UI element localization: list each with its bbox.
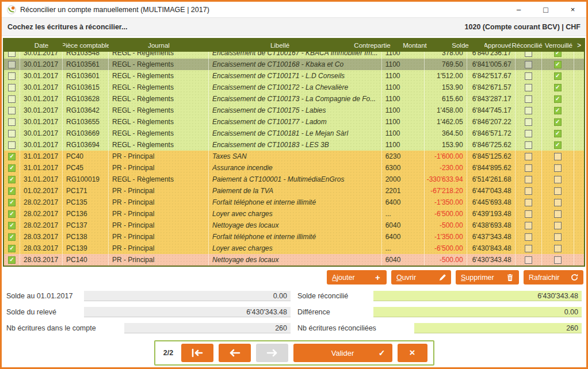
reconcilie-checkbox[interactable]: ✓ [554, 95, 562, 103]
approuve-checkbox[interactable] [525, 256, 532, 264]
header-piece[interactable]: Pièce comptable [63, 39, 109, 52]
approuve-checkbox[interactable] [525, 52, 532, 57]
reconcilie-checkbox[interactable]: ✓ [554, 84, 562, 91]
table-row[interactable]: ✓28.03.2017PC139PR - PrincipalLoyer avec… [4, 243, 584, 254]
previous-page-button[interactable] [219, 344, 251, 362]
reconcilie-checkbox[interactable] [554, 210, 562, 218]
row-select-checkbox[interactable] [8, 141, 16, 149]
approuve-checkbox[interactable] [525, 130, 532, 137]
reconcilie-checkbox[interactable]: ✓ [554, 52, 562, 57]
row-select-checkbox[interactable] [8, 95, 16, 103]
approuve-checkbox[interactable] [525, 72, 532, 80]
rafraichir-button[interactable]: Rafraichir [524, 270, 583, 285]
approuve-checkbox[interactable] [525, 187, 532, 195]
reconcilie-checkbox[interactable]: ✓ [554, 141, 562, 149]
row-select-checkbox[interactable]: ✓ [8, 256, 16, 264]
approuve-checkbox[interactable] [525, 176, 532, 183]
table-row[interactable]: 30.01.2017RG103601REGL - RèglementsEncai… [4, 70, 584, 82]
table-row[interactable]: ✓31.01.2017RG100019REGL - RèglementsPaie… [4, 174, 584, 185]
approuve-checkbox[interactable] [525, 95, 532, 103]
table-row[interactable]: ✓31.01.2017PC40PR - PrincipalTaxes SAN62… [4, 151, 584, 162]
reconcilie-checkbox[interactable] [554, 164, 562, 172]
table-row[interactable]: 30.01.2017RG103669REGL - RèglementsEncai… [4, 128, 584, 139]
supprimer-button[interactable]: Supprimer [456, 270, 519, 285]
header-date[interactable]: Date [20, 39, 63, 52]
row-select-checkbox[interactable]: ✓ [8, 176, 16, 183]
approuve-checkbox[interactable] [525, 245, 532, 252]
first-page-button[interactable] [181, 344, 213, 362]
reconcilie-checkbox[interactable] [554, 222, 562, 229]
header-libelle[interactable]: Libellé [209, 39, 351, 52]
row-select-checkbox[interactable] [8, 118, 16, 126]
table-row[interactable]: 30.01.2017RG103628REGL - RèglementsEncai… [4, 93, 584, 105]
approuve-checkbox[interactable] [525, 141, 532, 149]
header-verrouille[interactable]: Verrouillé [543, 39, 574, 52]
table-row[interactable]: ✓28.02.2017PC136PR - PrincipalLoyer avec… [4, 208, 584, 220]
reconcilie-checkbox[interactable] [554, 153, 562, 160]
row-select-checkbox[interactable] [8, 61, 16, 68]
maximize-button[interactable]: □ [532, 2, 559, 17]
reconcilie-checkbox[interactable]: ✓ [554, 130, 562, 137]
reconcilie-checkbox[interactable]: ✓ [554, 107, 562, 114]
row-select-checkbox[interactable]: ✓ [8, 199, 16, 206]
next-column-chevron-icon[interactable]: > [574, 39, 584, 52]
row-select-checkbox[interactable] [8, 52, 16, 57]
approuve-checkbox[interactable] [525, 153, 532, 160]
table-row[interactable]: ✓28.02.2017PC135PR - PrincipalForfait té… [4, 197, 584, 208]
row-select-checkbox[interactable]: ✓ [8, 153, 16, 160]
table-row[interactable]: ✓28.03.2017PC138PR - PrincipalForfait té… [4, 231, 584, 243]
table-row[interactable]: ✓28.03.2017PC140PR - PrincipalNettoyage … [4, 254, 584, 266]
approuve-checkbox[interactable] [525, 107, 532, 114]
reconcilie-checkbox[interactable] [554, 176, 562, 183]
minimize-button[interactable]: – [505, 2, 532, 17]
reconcilie-checkbox[interactable] [554, 256, 562, 264]
row-select-checkbox[interactable] [8, 72, 16, 80]
reconcilie-checkbox[interactable]: ✓ [554, 72, 562, 80]
row-select-checkbox[interactable] [8, 130, 16, 137]
close-button[interactable]: × [559, 2, 586, 17]
approuve-checkbox[interactable] [525, 84, 532, 91]
table-row[interactable]: 30.01.2017RG103615REGL - RèglementsEncai… [4, 82, 584, 93]
table-row[interactable]: ✓01.02.2017PC171PR - PrincipalPaiement d… [4, 185, 584, 197]
table-row[interactable]: ✓31.01.2017PC45PR - PrincipalAssurance i… [4, 162, 584, 174]
approuve-checkbox[interactable] [525, 61, 532, 68]
table-row[interactable]: 30.01.2017RG103561REGL - RèglementsEncai… [4, 59, 584, 70]
row-select-checkbox[interactable]: ✓ [8, 164, 16, 172]
row-select-checkbox[interactable]: ✓ [8, 233, 16, 241]
row-select-checkbox[interactable]: ✓ [8, 187, 16, 195]
table-row[interactable]: 30.01.2017RG103642REGL - RèglementsEncai… [4, 105, 584, 116]
header-contrepartie[interactable]: Contrepartie [351, 39, 394, 52]
row-select-checkbox[interactable]: ✓ [8, 245, 16, 252]
reconcilie-checkbox[interactable]: ✓ [554, 118, 562, 126]
approuve-checkbox[interactable] [525, 164, 532, 172]
reconcilie-checkbox[interactable] [554, 233, 562, 241]
approuve-checkbox[interactable] [525, 118, 532, 126]
cancel-button[interactable]: × [398, 344, 427, 362]
table-row[interactable]: 30.01.2017RG103655REGL - RèglementsEncai… [4, 116, 584, 128]
row-select-checkbox[interactable]: ✓ [8, 222, 16, 229]
reconcilie-checkbox[interactable] [554, 199, 562, 206]
approuve-checkbox[interactable] [525, 222, 532, 229]
header-approuve[interactable]: Approuvé [484, 39, 511, 52]
approuve-checkbox[interactable] [525, 210, 532, 218]
row-select-checkbox[interactable]: ✓ [8, 210, 16, 218]
reconcilie-checkbox[interactable] [554, 245, 562, 252]
ouvrir-button[interactable]: Ouvrir [391, 270, 451, 285]
valider-button[interactable]: Valider ✓ [293, 344, 392, 362]
row-select-checkbox[interactable] [8, 107, 16, 114]
ajouter-button[interactable]: Ajouter + [327, 270, 387, 285]
solde-releve-value[interactable]: 6'430'343.48 [84, 307, 291, 317]
header-reconcilie[interactable]: Réconcilié [511, 39, 543, 52]
approuve-checkbox[interactable] [525, 199, 532, 206]
table-row[interactable]: ✓28.02.2017PC137PR - PrincipalNettoyage … [4, 220, 584, 231]
reconcilie-checkbox[interactable]: ✓ [554, 61, 562, 68]
table-row[interactable]: 30.01.2017RG103548REGL - RèglementsEncai… [4, 52, 584, 59]
next-page-button[interactable] [256, 344, 288, 362]
header-montant[interactable]: Montant [394, 39, 436, 52]
header-journal[interactable]: Journal [109, 39, 209, 52]
table-row[interactable]: 30.01.2017RG103694REGL - RèglementsEncai… [4, 139, 584, 151]
header-solde[interactable]: Solde [436, 39, 484, 52]
row-select-checkbox[interactable] [8, 84, 16, 91]
approuve-checkbox[interactable] [525, 233, 532, 241]
reconcilie-checkbox[interactable] [554, 187, 562, 195]
